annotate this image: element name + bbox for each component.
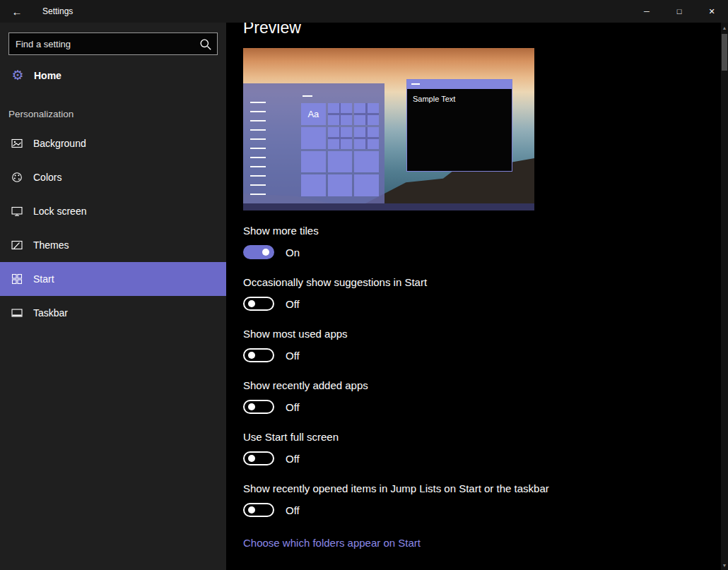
toggle-knob bbox=[248, 506, 255, 513]
window-title: Settings bbox=[42, 6, 73, 16]
back-button[interactable]: ← bbox=[0, 0, 34, 23]
scroll-up-button[interactable]: ▲ bbox=[721, 23, 728, 32]
sidebar-item-label: Colors bbox=[33, 172, 61, 183]
start-tile bbox=[328, 174, 353, 196]
toggle-state-label: Off bbox=[286, 401, 300, 413]
setting-row: Show recently opened items in Jump Lists… bbox=[243, 482, 721, 517]
back-arrow-icon: ← bbox=[12, 6, 23, 18]
close-button[interactable]: ✕ bbox=[695, 0, 728, 23]
minimize-icon: ─ bbox=[644, 7, 650, 16]
scroll-down-button[interactable]: ▼ bbox=[721, 560, 728, 570]
taskbar-icon bbox=[11, 307, 23, 319]
setting-row: Show more tiles On bbox=[243, 225, 721, 259]
start-tiles-preview: Aa bbox=[301, 103, 379, 196]
sidebar-item-taskbar[interactable]: Taskbar bbox=[0, 296, 226, 330]
start-tile bbox=[354, 103, 379, 125]
sidebar-item-label: Lock screen bbox=[33, 206, 86, 217]
search-box bbox=[8, 32, 218, 55]
sidebar-item-background[interactable]: Background bbox=[0, 126, 226, 160]
sidebar-item-label: Themes bbox=[33, 239, 69, 251]
start-icon bbox=[11, 273, 23, 285]
taskbar-preview bbox=[243, 203, 534, 210]
start-tile bbox=[328, 127, 353, 149]
gear-icon: ⚙ bbox=[11, 69, 25, 83]
search-icon[interactable] bbox=[199, 38, 212, 51]
toggle-knob bbox=[248, 300, 255, 307]
maximize-icon: □ bbox=[677, 7, 682, 16]
show-suggestions-toggle[interactable] bbox=[243, 297, 274, 311]
start-menu-preview: Aa bbox=[243, 83, 384, 203]
close-icon: ✕ bbox=[708, 7, 715, 16]
show-recently-added-apps-toggle[interactable] bbox=[243, 400, 274, 414]
maximize-button[interactable]: □ bbox=[663, 0, 695, 23]
toggle-knob bbox=[262, 249, 269, 256]
setting-row: Show recently added apps Off bbox=[243, 379, 721, 414]
scrollbar-thumb[interactable] bbox=[722, 34, 727, 71]
preview-image: Aa Sample Text bbox=[243, 48, 534, 210]
page-title: Preview bbox=[243, 23, 721, 37]
sidebar-item-home[interactable]: ⚙ Home bbox=[0, 61, 226, 90]
background-icon bbox=[11, 138, 23, 149]
toggle-state-label: Off bbox=[286, 504, 300, 516]
scrollbar[interactable]: ▲ ▼ bbox=[721, 23, 728, 570]
start-tile bbox=[301, 151, 326, 173]
toggle-state-label: Off bbox=[286, 298, 300, 310]
setting-row: Show most used apps Off bbox=[243, 328, 721, 362]
sidebar-item-colors[interactable]: Colors bbox=[0, 160, 226, 194]
hamburger-icon bbox=[303, 95, 312, 97]
start-tile: Aa bbox=[301, 103, 326, 125]
setting-row: Occasionally show suggestions in Start O… bbox=[243, 276, 721, 311]
setting-label: Show more tiles bbox=[243, 225, 721, 237]
start-tile bbox=[328, 151, 353, 173]
toggle-state-label: Off bbox=[286, 453, 300, 465]
setting-label: Show recently added apps bbox=[243, 379, 721, 391]
colors-icon bbox=[11, 172, 23, 183]
setting-label: Occasionally show suggestions in Start bbox=[243, 276, 721, 288]
titlebar: ← Settings ─ □ ✕ bbox=[0, 0, 728, 23]
show-most-used-apps-toggle[interactable] bbox=[243, 348, 274, 362]
choose-folders-link[interactable]: Choose which folders appear on Start bbox=[243, 537, 721, 549]
themes-icon bbox=[11, 239, 23, 251]
start-tile bbox=[328, 103, 353, 125]
toggle-state-label: On bbox=[286, 247, 300, 259]
personalization-section-header: Personalization bbox=[8, 109, 226, 119]
sidebar-item-start[interactable]: Start bbox=[0, 262, 226, 296]
app-list-preview bbox=[250, 102, 266, 196]
sample-window-titlebar bbox=[407, 80, 512, 89]
sample-text: Sample Text bbox=[407, 89, 512, 103]
setting-label: Show most used apps bbox=[243, 328, 721, 340]
scroll-up-icon: ▲ bbox=[722, 25, 727, 30]
use-start-full-screen-toggle[interactable] bbox=[243, 451, 274, 465]
toggle-state-label: Off bbox=[286, 350, 300, 362]
toggle-knob bbox=[248, 455, 255, 462]
start-tile bbox=[301, 127, 326, 149]
search-input[interactable] bbox=[9, 33, 217, 54]
sample-window-preview: Sample Text bbox=[406, 79, 512, 172]
minimize-button[interactable]: ─ bbox=[630, 0, 663, 23]
show-more-tiles-toggle[interactable] bbox=[243, 245, 274, 259]
sidebar-item-lock-screen[interactable]: Lock screen bbox=[0, 194, 226, 228]
sidebar: ⚙ Home Personalization Background Colors bbox=[0, 23, 226, 570]
setting-label: Show recently opened items in Jump Lists… bbox=[243, 482, 721, 494]
start-tile bbox=[354, 127, 379, 149]
toggle-knob bbox=[248, 403, 255, 410]
sidebar-item-label: Start bbox=[33, 273, 54, 285]
start-tile bbox=[354, 151, 379, 173]
sidebar-item-themes[interactable]: Themes bbox=[0, 228, 226, 262]
sample-window-menu-icon bbox=[411, 83, 420, 85]
setting-label: Use Start full screen bbox=[243, 431, 721, 443]
show-jump-lists-toggle[interactable] bbox=[243, 503, 274, 517]
home-label: Home bbox=[34, 70, 61, 81]
main-content: Preview Aa bbox=[226, 23, 721, 570]
setting-row: Use Start full screen Off bbox=[243, 431, 721, 465]
start-tile bbox=[301, 174, 326, 196]
lock-screen-icon bbox=[11, 206, 23, 217]
scroll-down-icon: ▼ bbox=[722, 563, 727, 568]
sidebar-item-label: Background bbox=[33, 138, 86, 149]
start-tile bbox=[354, 174, 379, 196]
sidebar-item-label: Taskbar bbox=[33, 307, 68, 319]
toggle-knob bbox=[248, 352, 255, 359]
